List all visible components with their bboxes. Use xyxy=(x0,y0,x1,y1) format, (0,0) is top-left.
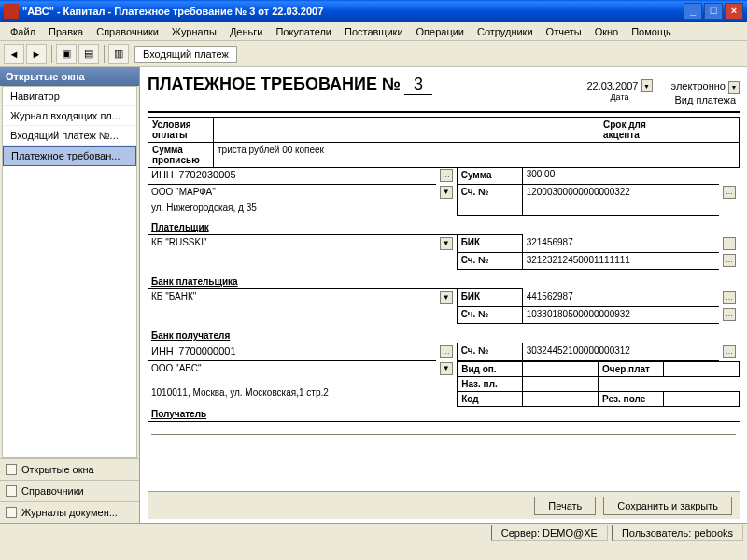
doc-number[interactable]: 3 xyxy=(404,75,432,95)
menu-Деньги[interactable]: Деньги xyxy=(223,24,270,39)
lookup-icon[interactable]: … xyxy=(440,345,453,358)
sidebar-item[interactable]: Журнал входящих пл... xyxy=(3,106,136,126)
close-button[interactable]: × xyxy=(725,3,743,20)
recv-bank-name[interactable]: КБ "БАНК" xyxy=(148,289,436,307)
label-usloviya: Условия оплаты xyxy=(148,117,214,142)
label-bik: БИК xyxy=(457,235,522,253)
label-bik: БИК xyxy=(457,289,522,307)
recv-inn[interactable]: 7700000001 xyxy=(178,345,235,357)
doc-header: ПЛАТЕЖНОЕ ТРЕБОВАНИЕ № 3 22.03.2007 ▼ Да… xyxy=(148,71,740,113)
label-srok: Срок для акцепта xyxy=(599,117,655,142)
sidebar: Открытые окна НавигаторЖурнал входящих п… xyxy=(0,67,140,523)
footer-bar: Печать Сохранить и закрыть xyxy=(148,491,740,519)
menu-Журналы[interactable]: Журналы xyxy=(165,24,223,39)
menu-Отчеты[interactable]: Отчеты xyxy=(540,24,588,39)
recv-bank-bik[interactable]: 441562987 xyxy=(522,289,719,307)
lookup-icon[interactable]: … xyxy=(723,345,736,358)
payer-sch[interactable]: 12000300000000000322 xyxy=(522,184,719,215)
dropdown-icon[interactable]: ▼ xyxy=(440,362,453,375)
label-sch: Сч. № xyxy=(457,252,522,269)
lookup-icon[interactable]: … xyxy=(723,237,736,250)
tool-1[interactable]: ▣ xyxy=(56,44,77,64)
section-recv: Получатель xyxy=(148,407,740,422)
date-dropdown-icon[interactable]: ▼ xyxy=(641,79,653,92)
lookup-icon[interactable]: … xyxy=(440,169,453,182)
sidebar-item[interactable]: Навигатор xyxy=(3,87,136,106)
menu-Операции[interactable]: Операции xyxy=(410,24,471,39)
dropdown-icon[interactable]: ▼ xyxy=(440,237,453,250)
status-bar: Сервер: DEMO@XE Пользователь: pebooks xyxy=(0,523,747,541)
main-pane: ПЛАТЕЖНОЕ ТРЕБОВАНИЕ № 3 22.03.2007 ▼ Да… xyxy=(140,67,747,523)
sidebar-list: НавигаторЖурнал входящих пл...Входящий п… xyxy=(2,86,137,458)
menu-bar: ФайлПравкаСправочникиЖурналыДеньгиПокупа… xyxy=(0,22,747,41)
lookup-icon[interactable]: … xyxy=(723,291,736,304)
save-close-button[interactable]: Сохранить и закрыть xyxy=(603,497,732,515)
payer-bank-sch[interactable]: 32123212450001111111 xyxy=(522,252,719,269)
label-summa: Сумма xyxy=(457,167,522,184)
tool-2[interactable]: ▤ xyxy=(78,44,99,64)
recv-addr: 1010011, Москва, ул. Московская,1 стр.2 xyxy=(148,385,457,407)
dropdown-icon[interactable]: ▼ xyxy=(440,291,453,304)
date-label: Дата xyxy=(611,92,629,102)
summa-field[interactable]: 300.00 xyxy=(522,167,719,184)
payer-bank-bik[interactable]: 321456987 xyxy=(522,235,719,253)
menu-Помощь[interactable]: Помощь xyxy=(625,24,678,39)
label-sch: Сч. № xyxy=(457,343,522,361)
label-sum-words: Сумма прописью xyxy=(148,142,214,167)
status-user: pebooks xyxy=(694,527,733,539)
menu-Покупатели[interactable]: Покупатели xyxy=(269,24,338,39)
sidebar-item[interactable]: Платежное требован... xyxy=(3,146,136,166)
srok-field[interactable] xyxy=(655,117,740,142)
dropdown-icon[interactable]: ▼ xyxy=(440,186,453,199)
app-icon xyxy=(4,4,19,19)
sidebar-tab[interactable]: Открытые окна xyxy=(0,458,139,480)
menu-Файл[interactable]: Файл xyxy=(4,24,42,39)
recv-name[interactable]: ООО "АВС" xyxy=(148,360,436,385)
maximize-button[interactable]: □ xyxy=(704,3,723,20)
doc-date[interactable]: 22.03.2007 xyxy=(586,80,638,91)
type-dropdown-icon[interactable]: ▼ xyxy=(728,81,740,94)
label-sch: Сч. № xyxy=(457,184,522,215)
lookup-icon[interactable]: … xyxy=(723,308,736,321)
payer-addr: ул. Нижегородская, д 35 xyxy=(148,201,457,215)
sidebar-tab[interactable]: Журналы докумен... xyxy=(0,501,139,523)
menu-Сотрудники[interactable]: Сотрудники xyxy=(471,24,540,39)
tool-back[interactable]: ◄ xyxy=(4,44,24,64)
menu-Окно[interactable]: Окно xyxy=(588,24,626,39)
sum-words-field[interactable]: триста рублей 00 копеек xyxy=(214,142,740,167)
form-area: Условия оплаты Срок для акцепта Сумма пр… xyxy=(148,117,740,492)
sidebar-bottom: Открытые окнаСправочникиЖурналы докумен.… xyxy=(0,458,139,523)
label-sch: Сч. № xyxy=(457,306,522,323)
menu-Правка[interactable]: Правка xyxy=(42,24,90,39)
recv-sch[interactable]: 30324452100000000312 xyxy=(522,343,719,361)
sidebar-item[interactable]: Входящий платеж №... xyxy=(3,126,136,146)
minimize-button[interactable]: _ xyxy=(684,3,702,20)
print-button[interactable]: Печать xyxy=(534,497,596,515)
payer-inn[interactable]: 7702030005 xyxy=(178,169,235,180)
lookup-icon[interactable]: … xyxy=(723,186,736,199)
section-recv-bank: Банк получателя xyxy=(148,329,457,343)
window-title: "АВС" - Капитал - Платежное требование №… xyxy=(22,6,323,17)
usloviya-field[interactable] xyxy=(214,117,599,142)
toolbar: ◄ ► ▣ ▤ ▥ Входящий платеж xyxy=(0,41,747,67)
sidebar-header: Открытые окна xyxy=(0,67,139,86)
doc-title: ПЛАТЕЖНОЕ ТРЕБОВАНИЕ № xyxy=(148,75,401,94)
payer-name[interactable]: ООО "МАРФА" xyxy=(148,184,436,201)
title-bar: "АВС" - Капитал - Платежное требование №… xyxy=(0,0,747,22)
doc-type[interactable]: электронно xyxy=(671,80,726,91)
sidebar-tab[interactable]: Справочники xyxy=(0,480,139,501)
menu-Поставщики[interactable]: Поставщики xyxy=(338,24,410,39)
breadcrumb[interactable]: Входящий платеж xyxy=(134,46,237,63)
section-payer: Плательщик xyxy=(148,220,457,235)
payer-bank-name[interactable]: КБ "RUSSKI" xyxy=(148,235,436,253)
section-payer-bank: Банк плательщика xyxy=(148,274,457,289)
recv-bank-sch[interactable]: 10330180500000000932 xyxy=(522,306,719,323)
tool-fwd[interactable]: ► xyxy=(26,44,47,64)
memo-field[interactable] xyxy=(151,424,736,435)
tool-3[interactable]: ▥ xyxy=(108,44,129,64)
status-server: DEMO@XE xyxy=(543,527,598,539)
menu-Справочники[interactable]: Справочники xyxy=(90,24,165,39)
type-label: Вид платежа xyxy=(674,94,736,105)
lookup-icon[interactable]: … xyxy=(723,254,736,267)
